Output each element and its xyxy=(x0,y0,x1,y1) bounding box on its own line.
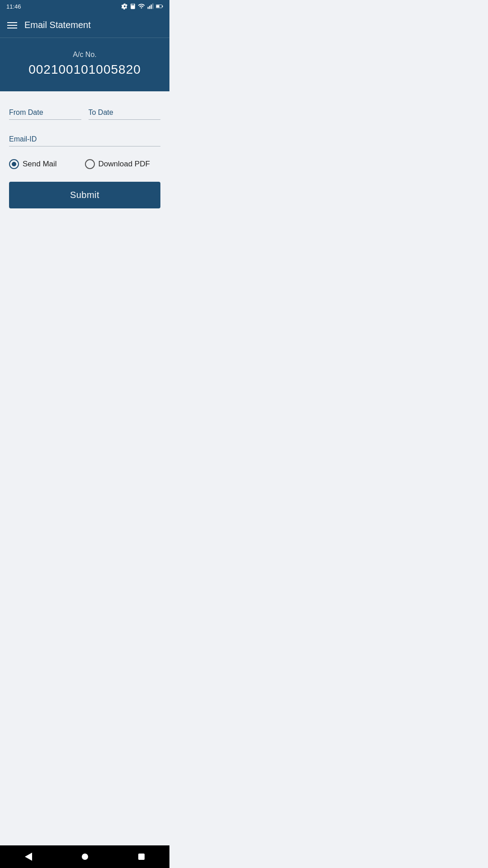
svg-rect-8 xyxy=(162,5,163,7)
download-pdf-radio[interactable] xyxy=(85,159,95,169)
home-button[interactable] xyxy=(77,849,93,865)
back-icon xyxy=(25,853,32,861)
send-mail-radio[interactable] xyxy=(9,159,19,169)
from-date-group xyxy=(9,106,81,120)
to-date-input[interactable] xyxy=(89,106,161,120)
svg-rect-6 xyxy=(152,4,153,9)
send-mail-option[interactable]: Send Mail xyxy=(9,159,85,169)
bottom-nav xyxy=(0,845,169,868)
status-icons xyxy=(122,3,163,9)
storage-icon xyxy=(130,3,136,9)
recent-button[interactable] xyxy=(133,849,150,865)
from-date-input[interactable] xyxy=(9,106,81,120)
account-label: A/c No. xyxy=(7,51,162,59)
home-icon xyxy=(82,854,88,860)
recent-icon xyxy=(138,854,145,860)
email-group xyxy=(9,132,160,146)
account-number: 002100101005820 xyxy=(7,62,162,77)
signal-icon xyxy=(147,3,154,9)
date-row xyxy=(9,106,160,120)
svg-rect-5 xyxy=(151,5,152,9)
svg-rect-1 xyxy=(131,4,132,5)
account-section: A/c No. 002100101005820 xyxy=(0,38,169,91)
email-input[interactable] xyxy=(9,132,160,146)
battery-icon xyxy=(156,4,163,9)
svg-rect-3 xyxy=(148,7,149,9)
submit-button[interactable]: Submit xyxy=(9,182,160,208)
download-pdf-label: Download PDF xyxy=(99,160,150,169)
svg-rect-9 xyxy=(156,5,160,7)
back-button[interactable] xyxy=(20,849,37,865)
wifi-icon xyxy=(138,4,145,9)
svg-rect-0 xyxy=(131,4,135,9)
svg-rect-4 xyxy=(149,6,150,9)
form-section: Send Mail Download PDF Submit xyxy=(0,91,169,845)
to-date-group xyxy=(89,106,161,120)
svg-rect-2 xyxy=(133,4,134,5)
settings-icon xyxy=(122,3,128,9)
status-bar: 11:46 xyxy=(0,0,169,13)
radio-row: Send Mail Download PDF xyxy=(9,159,160,169)
page-title: Email Statement xyxy=(24,20,91,30)
send-mail-label: Send Mail xyxy=(23,160,57,169)
download-pdf-option[interactable]: Download PDF xyxy=(85,159,161,169)
menu-button[interactable] xyxy=(7,22,17,28)
top-bar: Email Statement xyxy=(0,13,169,38)
status-time: 11:46 xyxy=(6,3,21,10)
